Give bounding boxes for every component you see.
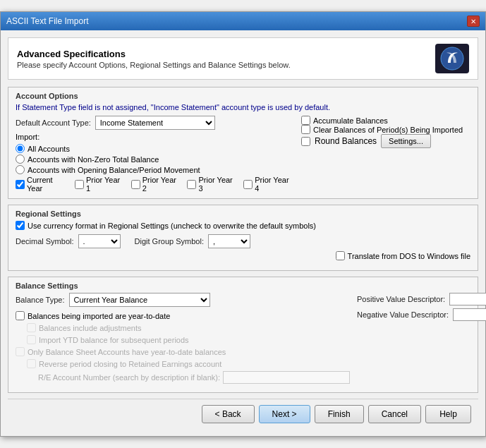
cancel-button[interactable]: Cancel xyxy=(368,405,421,423)
period-prior-year-2: Prior Year 2 xyxy=(131,176,182,193)
prior-year-2-checkbox[interactable] xyxy=(131,180,140,189)
accumulate-balances-label: Accumulate Balances xyxy=(313,116,388,125)
title-bar: ASCII Text File Import ✕ xyxy=(1,12,485,30)
re-account-label: R/E Account Number (search by descriptio… xyxy=(38,373,220,382)
round-balances-label: Round Balances xyxy=(315,136,377,146)
round-balances-row: Round Balances Settings... xyxy=(301,134,470,148)
account-options-right: Accumulate Balances Clear Balances of Pe… xyxy=(301,116,470,148)
account-type-select[interactable]: Income Statement Balance Sheet Other xyxy=(95,116,215,130)
balance-type-label: Balance Type: xyxy=(16,296,65,304)
settings-button[interactable]: Settings... xyxy=(381,134,431,148)
include-adjustments-row: Balances include adjustments xyxy=(27,323,350,332)
decimal-symbol-group: Decimal Symbol: . , xyxy=(16,234,121,248)
ytd-row: Balances being imported are year-to-date xyxy=(16,311,350,320)
negative-descriptor-input[interactable] xyxy=(453,308,486,321)
window-title: ASCII Text File Import xyxy=(6,16,88,26)
translate-row: Translate from DOS to Windows file xyxy=(16,251,470,265)
main-window: ASCII Text File Import ✕ Advanced Specif… xyxy=(0,11,486,437)
positive-descriptor-row: Positive Value Descriptor: xyxy=(357,293,486,305)
period-prior-year-1: Prior Year 1 xyxy=(75,176,126,193)
clear-balances-row: Clear Balances of Period(s) Being Import… xyxy=(301,125,470,134)
balance-settings-right: Positive Value Descriptor: Negative Valu… xyxy=(357,293,486,387)
balance-type-select[interactable]: Current Year Balance Prior Year Balance … xyxy=(69,293,210,307)
clear-balances-checkbox[interactable] xyxy=(301,125,310,134)
translate-dos-checkbox[interactable] xyxy=(336,251,345,260)
radio-all-label: All Accounts xyxy=(28,145,70,153)
logo-icon xyxy=(438,46,466,71)
digit-group-symbol-group: Digit Group Symbol: , . xyxy=(135,234,250,248)
use-currency-label: Use currency format in Regional Settings… xyxy=(28,222,316,230)
import-ytd-row: Import YTD balance for subsequent period… xyxy=(27,335,350,344)
negative-descriptor-label: Negative Value Descriptor: xyxy=(357,310,449,319)
account-options-section: Account Options If Statement Type field … xyxy=(8,87,478,199)
balance-settings-content: Balance Type: Current Year Balance Prior… xyxy=(16,293,470,387)
account-options-title: Account Options xyxy=(16,92,470,100)
help-button[interactable]: Help xyxy=(425,405,471,423)
account-type-row: Default Account Type: Income Statement B… xyxy=(16,116,294,130)
digit-group-select[interactable]: , . xyxy=(208,234,250,248)
back-button[interactable]: < Back xyxy=(202,405,255,423)
footer: < Back Next > Finish Cancel Help xyxy=(8,399,478,429)
finish-button[interactable]: Finish xyxy=(315,405,364,423)
ytd-checkbox[interactable] xyxy=(16,311,25,320)
use-currency-checkbox[interactable] xyxy=(16,221,25,230)
clear-balances-label: Clear Balances of Period(s) Being Import… xyxy=(313,126,463,134)
only-balance-sheet-checkbox[interactable] xyxy=(16,347,25,356)
header-title: Advanced Specifications xyxy=(17,49,291,59)
current-year-checkbox[interactable] xyxy=(16,180,25,189)
radio-opening-label: Accounts with Opening Balance/Period Mov… xyxy=(28,166,200,174)
header-logo xyxy=(435,44,469,73)
radio-opening: Accounts with Opening Balance/Period Mov… xyxy=(16,165,294,174)
balance-type-row: Balance Type: Current Year Balance Prior… xyxy=(16,293,350,307)
next-button[interactable]: Next > xyxy=(259,405,310,423)
include-adjustments-checkbox[interactable] xyxy=(27,323,36,332)
account-options-note: If Statement Type field is not assigned,… xyxy=(16,103,470,111)
use-currency-row: Use currency format in Regional Settings… xyxy=(16,221,470,230)
only-balance-sheet-label: Only Balance Sheet Accounts have year-to… xyxy=(28,348,226,356)
prior-year-1-checkbox[interactable] xyxy=(75,180,84,189)
include-adjustments-label: Balances include adjustments xyxy=(39,324,142,332)
re-account-input[interactable] xyxy=(223,371,350,384)
window-body: Advanced Specifications Please specify A… xyxy=(1,30,485,436)
only-balance-sheet-row: Only Balance Sheet Accounts have year-to… xyxy=(16,347,350,356)
period-prior-year-3: Prior Year 3 xyxy=(187,176,238,193)
round-balances-checkbox[interactable] xyxy=(301,137,310,146)
radio-nonzero: Accounts with Non-Zero Total Balance xyxy=(16,155,294,164)
account-type-label: Default Account Type: xyxy=(16,119,91,127)
balance-settings-left: Balance Type: Current Year Balance Prior… xyxy=(16,293,350,387)
import-ytd-label: Import YTD balance for subsequent period… xyxy=(39,336,189,344)
prior-year-3-checkbox[interactable] xyxy=(187,180,196,189)
positive-descriptor-label: Positive Value Descriptor: xyxy=(357,295,445,303)
header-description: Please specify Account Options, Regional… xyxy=(17,61,291,69)
symbols-row: Decimal Symbol: . , Digit Group Symbol: … xyxy=(16,234,470,248)
current-year-label: Current Year xyxy=(27,176,69,193)
prior-year-3-label: Prior Year 3 xyxy=(198,176,238,193)
import-ytd-checkbox[interactable] xyxy=(27,335,36,344)
header-section: Advanced Specifications Please specify A… xyxy=(8,37,478,80)
translate-dos-label: Translate from DOS to Windows file xyxy=(348,252,470,260)
balance-settings-title: Balance Settings xyxy=(16,281,470,290)
prior-year-4-checkbox[interactable] xyxy=(243,180,253,189)
reverse-sub: Reverse period closing to Retained Earni… xyxy=(27,359,350,384)
close-button[interactable]: ✕ xyxy=(467,16,480,27)
regional-settings-title: Regional Settings xyxy=(16,210,470,218)
prior-year-2-label: Prior Year 2 xyxy=(142,176,182,193)
re-account-row: R/E Account Number (search by descriptio… xyxy=(38,371,350,384)
negative-descriptor-row: Negative Value Descriptor: xyxy=(357,308,486,321)
sub-options: Balances include adjustments Import YTD … xyxy=(27,323,350,344)
reverse-period-label: Reverse period closing to Retained Earni… xyxy=(39,360,221,368)
period-current-year: Current Year xyxy=(16,176,69,193)
period-prior-year-4: Prior Year 4 xyxy=(243,176,294,193)
accumulate-balances-checkbox[interactable] xyxy=(301,116,310,125)
decimal-symbol-label: Decimal Symbol: xyxy=(16,237,74,246)
reverse-period-checkbox[interactable] xyxy=(27,359,36,368)
decimal-symbol-select[interactable]: . , xyxy=(78,234,121,248)
period-row: Current Year Prior Year 1 Prior Year 2 xyxy=(16,176,294,193)
header-text: Advanced Specifications Please specify A… xyxy=(17,49,291,69)
prior-year-4-label: Prior Year 4 xyxy=(255,176,294,193)
prior-year-1-label: Prior Year 1 xyxy=(86,176,126,193)
import-label: Import: xyxy=(16,133,294,141)
positive-descriptor-input[interactable] xyxy=(449,293,486,305)
regional-settings-section: Regional Settings Use currency format in… xyxy=(8,205,478,271)
account-options-left: Default Account Type: Income Statement B… xyxy=(16,116,294,193)
